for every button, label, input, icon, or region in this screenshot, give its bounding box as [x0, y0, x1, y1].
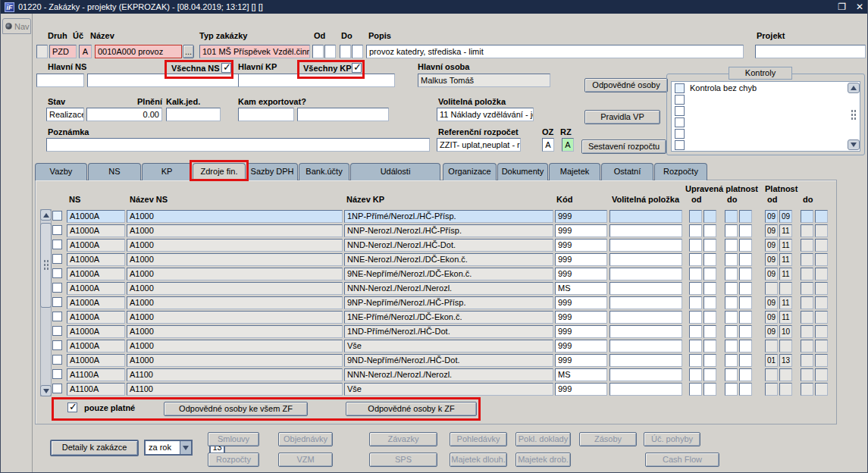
cell-platnost[interactable] [765, 383, 778, 396]
cell-upravena-platnost[interactable] [703, 368, 716, 381]
cell-nazev-kp[interactable]: NNP-Nerozl./Nerozl./HČ-Přísp. [344, 224, 553, 237]
vsechna-ns-checkbox[interactable] [221, 63, 231, 73]
kontroly-checkbox-4[interactable] [675, 129, 685, 139]
cell-platnost[interactable] [801, 268, 813, 280]
kam-exportovat-field-2[interactable] [297, 108, 389, 121]
cell-platnost[interactable] [801, 224, 813, 237]
tab-dokumenty[interactable]: Dokumenty [497, 163, 548, 180]
row-checkbox[interactable] [52, 355, 62, 365]
tab-majetek[interactable]: Majetek [549, 163, 600, 180]
cell-vp[interactable] [609, 239, 682, 252]
cell-platnost[interactable]: 09 [765, 210, 778, 223]
cell-nazev-ns[interactable]: A1000 [127, 239, 343, 252]
cell-platnost[interactable] [779, 282, 792, 295]
hlavni-ns-field-1[interactable] [36, 74, 84, 87]
cell-upravena-platnost[interactable] [725, 239, 738, 252]
poznamka-field[interactable] [46, 138, 430, 152]
do-field-2[interactable] [352, 45, 363, 58]
cell-nazev-kp[interactable]: 1NE-Přímé/Nerozl./DČ-Ekon.č. [344, 311, 553, 324]
cell-kod[interactable]: 999 [555, 239, 607, 252]
cell-nazev-ns[interactable]: A1000 [127, 311, 343, 324]
cell-platnost[interactable] [815, 253, 828, 266]
cell-vp[interactable] [609, 340, 682, 352]
row-checkbox[interactable] [52, 384, 62, 393]
hlavni-ns-field-2[interactable] [87, 74, 251, 87]
cell-upravena-platnost[interactable] [689, 368, 702, 381]
pravidla-vp-button[interactable]: Pravidla VP [584, 110, 660, 124]
record-selector-box[interactable] [36, 45, 48, 58]
cell-upravena-platnost[interactable] [725, 253, 738, 266]
cell-upravena-platnost[interactable] [739, 311, 752, 324]
cell-platnost[interactable] [815, 311, 828, 324]
cell-platnost[interactable]: 09 [765, 296, 778, 309]
tab-vazby[interactable]: Vazby [35, 163, 87, 180]
cell-ns[interactable]: A1000A [67, 224, 125, 237]
module-button-pohyby[interactable]: Úč. pohyby [644, 432, 700, 446]
cell-upravena-platnost[interactable] [689, 282, 702, 295]
cell-nazev-kp[interactable]: Vše [344, 383, 553, 396]
cell-upravena-platnost[interactable] [725, 296, 738, 309]
cell-ns[interactable]: A1100A [67, 383, 125, 396]
cell-upravena-platnost[interactable] [689, 268, 702, 280]
cell-ns[interactable]: A1100A [67, 368, 125, 381]
cell-platnost[interactable] [801, 354, 813, 367]
module-button-rozpo-ty[interactable]: Rozpočty [208, 453, 259, 467]
cell-ns[interactable]: A1000A [67, 296, 125, 309]
close-icon[interactable]: ✕ [856, 2, 863, 11]
cell-upravena-platnost[interactable] [739, 224, 752, 237]
cell-platnost[interactable] [765, 368, 778, 381]
nazev-lookup-button[interactable]: ... [183, 45, 194, 58]
cell-upravena-platnost[interactable] [703, 354, 716, 367]
cell-upravena-platnost[interactable] [739, 239, 752, 252]
cell-nazev-ns[interactable]: A1000 [127, 296, 343, 309]
cell-ns[interactable]: A1000A [67, 354, 125, 367]
row-checkbox[interactable] [52, 297, 62, 307]
cell-upravena-platnost[interactable] [725, 210, 738, 223]
tab-organizace[interactable]: Organizace [443, 163, 497, 180]
cell-ns[interactable]: A1000A [67, 239, 125, 252]
cell-platnost[interactable]: 11 [779, 253, 792, 266]
cell-upravena-platnost[interactable] [725, 354, 738, 367]
cell-upravena-platnost[interactable] [689, 296, 702, 309]
cell-upravena-platnost[interactable] [703, 253, 716, 266]
module-button-objedn-vky[interactable]: Objednávky [278, 432, 333, 446]
cell-nazev-ns[interactable]: A1000 [127, 325, 343, 338]
module-button-pohled-vky[interactable]: Pohledávky [450, 432, 507, 446]
row-checkbox[interactable] [52, 225, 62, 235]
module-button-vzm[interactable]: VZM [278, 453, 333, 467]
nazev-field[interactable]: 0010A000 provoz [95, 45, 182, 58]
cell-platnost[interactable] [815, 224, 828, 237]
cell-upravena-platnost[interactable] [725, 368, 738, 381]
cell-platnost[interactable] [815, 282, 828, 295]
cell-vp[interactable] [609, 210, 682, 223]
cell-upravena-platnost[interactable] [703, 268, 716, 280]
kontroly-scroll-down-icon[interactable] [848, 139, 860, 150]
row-checkbox[interactable] [52, 211, 62, 221]
kontroly-checkbox-3[interactable] [675, 117, 685, 127]
cell-nazev-ns[interactable]: A1100 [127, 368, 343, 381]
tab-kp[interactable]: KP [142, 163, 192, 180]
cell-platnost[interactable] [801, 368, 813, 381]
cell-vp[interactable] [609, 325, 682, 338]
cell-platnost[interactable] [815, 296, 828, 309]
kontroly-checkbox-0[interactable] [675, 83, 685, 93]
module-button-cash-flow[interactable]: Cash Flow [645, 453, 719, 467]
cell-upravena-platnost[interactable] [703, 282, 716, 295]
projekt-field[interactable] [755, 45, 866, 58]
cell-nazev-kp[interactable]: NND-Nerozl./Nerozl./HČ-Dot. [344, 239, 553, 252]
cell-nazev-kp[interactable]: 9ND-Nepřímé/Nerozl./HČ-Dot. [344, 354, 553, 367]
cell-upravena-platnost[interactable] [689, 239, 702, 252]
tab-bank-ty[interactable]: Bank.účty [299, 163, 349, 180]
module-button-sps[interactable]: SPS [369, 453, 437, 467]
cell-nazev-kp[interactable]: Vše [344, 340, 553, 352]
cell-platnost[interactable]: 11 [779, 224, 792, 237]
cell-platnost[interactable]: 10 [779, 325, 792, 338]
cell-nazev-kp[interactable]: 9NE-Nepřímé/Nerozl./DČ-Ekon.č. [344, 268, 553, 280]
module-button-majetek-drob[interactable]: Majetek drob. [515, 453, 571, 467]
cell-platnost[interactable] [801, 210, 813, 223]
cell-platnost[interactable] [801, 311, 813, 324]
cell-upravena-platnost[interactable] [725, 311, 738, 324]
kalk-jed-field[interactable] [166, 108, 221, 121]
cell-upravena-platnost[interactable] [703, 311, 716, 324]
cell-platnost[interactable] [815, 383, 828, 396]
